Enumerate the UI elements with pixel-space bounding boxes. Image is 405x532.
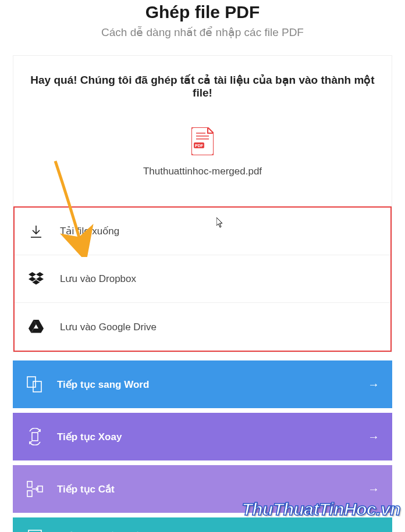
svg-rect-10 bbox=[27, 481, 32, 487]
arrow-right-icon: → bbox=[368, 530, 379, 533]
word-convert-icon bbox=[26, 375, 44, 394]
svg-rect-11 bbox=[27, 491, 32, 497]
save-gdrive-label: Lưu vào Google Drive bbox=[60, 321, 157, 333]
svg-rect-8 bbox=[33, 381, 41, 392]
download-button[interactable]: Tải file xuống bbox=[15, 208, 390, 255]
svg-rect-9 bbox=[32, 433, 38, 441]
continue-actions-list: Tiếp tục sang Word → Tiếp tục Xoay → bbox=[13, 360, 392, 532]
save-gdrive-button[interactable]: Lưu vào Google Drive bbox=[15, 303, 390, 351]
save-dropbox-button[interactable]: Lưu vào Dropbox bbox=[15, 255, 390, 303]
split-icon bbox=[26, 480, 44, 498]
pdf-file-icon: PDF bbox=[191, 127, 214, 158]
download-icon bbox=[27, 223, 45, 240]
continue-edit-button[interactable]: T Tiếp tục Chỉnh sửa → bbox=[13, 517, 392, 532]
svg-rect-7 bbox=[27, 377, 35, 387]
file-block[interactable]: PDF Thuthuattinhoc-merged.pdf bbox=[13, 127, 392, 177]
arrow-right-icon: → bbox=[368, 430, 379, 444]
result-card: Hay quá! Chúng tôi đã ghép tất cả tài li… bbox=[13, 55, 392, 352]
continue-word-label: Tiếp tục sang Word bbox=[57, 379, 368, 391]
svg-rect-12 bbox=[38, 486, 42, 492]
continue-rotate-button[interactable]: Tiếp tục Xoay → bbox=[13, 413, 392, 460]
download-label: Tải file xuống bbox=[60, 225, 119, 237]
success-message: Hay quá! Chúng tôi đã ghép tất cả tài li… bbox=[13, 73, 392, 99]
file-name-label: Thuthuattinhoc-merged.pdf bbox=[13, 166, 392, 177]
continue-word-button[interactable]: Tiếp tục sang Word → bbox=[13, 360, 392, 408]
arrow-right-icon: → bbox=[368, 483, 379, 496]
page-title: Ghép file PDF bbox=[0, 0, 405, 22]
continue-split-label: Tiếp tục Cắt bbox=[57, 483, 368, 495]
edit-icon: T bbox=[26, 527, 44, 532]
svg-text:PDF: PDF bbox=[195, 144, 204, 148]
continue-rotate-label: Tiếp tục Xoay bbox=[57, 431, 368, 443]
arrow-right-icon: → bbox=[368, 378, 379, 391]
continue-split-button[interactable]: Tiếp tục Cắt → bbox=[13, 465, 392, 513]
save-dropbox-label: Lưu vào Dropbox bbox=[60, 273, 136, 285]
rotate-icon bbox=[26, 427, 44, 446]
save-actions-list: Tải file xuống Lưu vào Dropbox bbox=[13, 206, 392, 352]
dropbox-icon bbox=[27, 270, 45, 288]
page-subtitle: Cách dễ dàng nhất để nhập các file PDF bbox=[0, 26, 405, 39]
google-drive-icon bbox=[27, 318, 45, 335]
